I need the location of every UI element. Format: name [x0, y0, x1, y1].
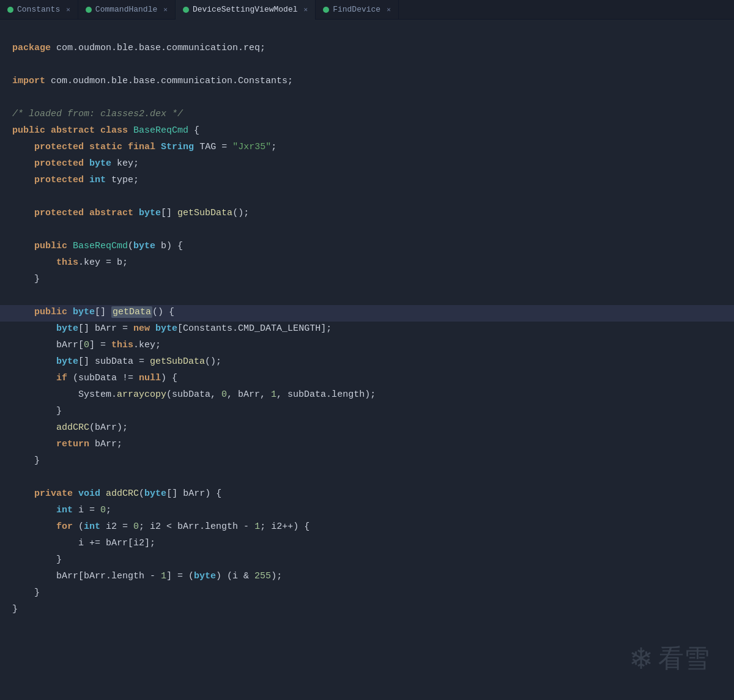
code-line: protected static final String TAG = "Jxr…	[0, 140, 734, 157]
tab-dot	[7, 7, 13, 13]
tab-bar: Constants ✕ CommandHandle ✕ DeviceSettin…	[0, 0, 734, 20]
code-line: i += bArr[i2];	[0, 536, 734, 553]
code-line	[0, 57, 734, 74]
code-line: byte[] bArr = new byte[Constants.CMD_DAT…	[0, 322, 734, 338]
tab-constants[interactable]: Constants ✕	[0, 0, 78, 20]
code-line: bArr[0] = this.key;	[0, 338, 734, 355]
code-line	[0, 470, 734, 487]
code-line: public BaseReqCmd(byte b) {	[0, 239, 734, 256]
tab-label: FindDevice	[333, 5, 380, 14]
tab-dot	[323, 7, 329, 13]
watermark-snowflake: ❄	[629, 641, 653, 676]
code-line: package com.oudmon.ble.base.communicatio…	[0, 41, 734, 57]
close-icon[interactable]: ✕	[163, 6, 168, 13]
code-line	[0, 190, 734, 206]
code-line	[0, 289, 734, 305]
code-line: private void addCRC(byte[] bArr) {	[0, 487, 734, 503]
code-line: }	[0, 553, 734, 569]
code-line	[0, 223, 734, 239]
code-line: }	[0, 602, 734, 619]
close-icon[interactable]: ✕	[387, 6, 391, 13]
code-line: protected byte key;	[0, 157, 734, 173]
tab-finddevice[interactable]: FindDevice ✕	[316, 0, 399, 20]
code-line: if (subData != null) {	[0, 371, 734, 388]
close-icon[interactable]: ✕	[66, 6, 70, 13]
code-line	[0, 24, 734, 41]
code-line: bArr[bArr.length - 1] = (byte) (i & 255)…	[0, 569, 734, 586]
tab-label: CommandHandle	[95, 5, 157, 14]
tab-label: DeviceSettingViewModel	[193, 5, 298, 14]
code-line: this.key = b;	[0, 256, 734, 272]
code-line: /* loaded from: classes2.dex */	[0, 107, 734, 123]
code-line: protected int type;	[0, 173, 734, 190]
code-line: }	[0, 454, 734, 470]
code-line: public abstract class BaseReqCmd {	[0, 123, 734, 140]
code-line: }	[0, 404, 734, 421]
tab-dot	[183, 7, 189, 13]
tab-devicesettingviewmodel[interactable]: DeviceSettingViewModel ✕	[176, 0, 316, 20]
tab-dot	[86, 7, 92, 13]
code-line-highlighted: public byte[] getData() {	[0, 305, 734, 322]
code-line: int i = 0;	[0, 503, 734, 520]
code-line: System.arraycopy(subData, 0, bArr, 1, su…	[0, 388, 734, 404]
code-line: addCRC(bArr);	[0, 421, 734, 437]
close-icon[interactable]: ✕	[304, 6, 308, 13]
watermark: ❄ 看雪	[629, 641, 710, 676]
code-line: return bArr;	[0, 437, 734, 454]
watermark-text: 看雪	[658, 641, 710, 676]
code-line: import com.oudmon.ble.base.communication…	[0, 74, 734, 90]
tab-label: Constants	[17, 5, 60, 14]
code-line: protected abstract byte[] getSubData();	[0, 206, 734, 223]
tab-commandhandle[interactable]: CommandHandle ✕	[78, 0, 176, 20]
code-line: for (int i2 = 0; i2 < bArr.length - 1; i…	[0, 520, 734, 536]
code-line	[0, 90, 734, 107]
code-line: }	[0, 272, 734, 289]
code-line: byte[] subData = getSubData();	[0, 355, 734, 371]
code-area: package com.oudmon.ble.base.communicatio…	[0, 20, 734, 624]
code-line: }	[0, 586, 734, 602]
